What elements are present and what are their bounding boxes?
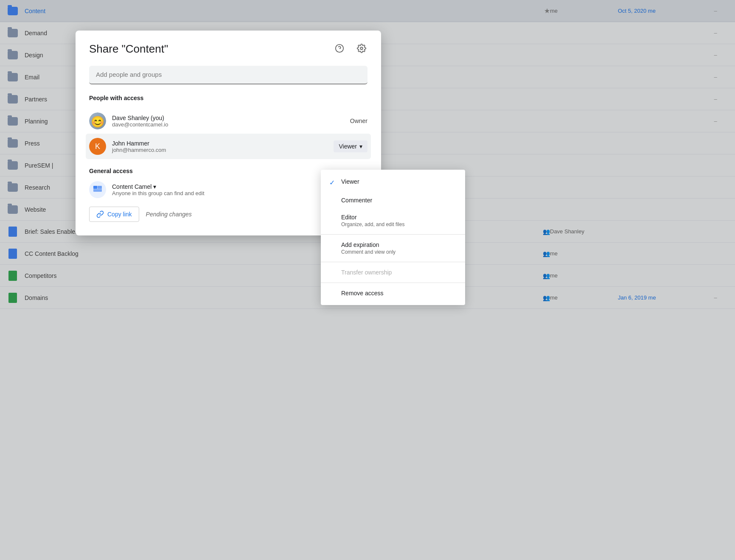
dropdown-item-commenter[interactable]: Commenter — [321, 192, 465, 209]
dropdown-content-viewer: Viewer — [341, 178, 457, 185]
viewer-label: Viewer — [339, 143, 357, 150]
person-row-dave: 😊 Dave Shanley (you) dave@contentcamel.i… — [89, 108, 368, 134]
search-input[interactable] — [96, 71, 361, 78]
copy-link-label: Copy link — [107, 211, 132, 218]
dropdown-label-editor: Editor — [341, 214, 457, 221]
person-email-dave: dave@contentcamel.io — [112, 121, 350, 128]
pending-text: Pending changes — [146, 211, 192, 218]
access-org-name[interactable]: Content Camel ▾ — [112, 183, 205, 190]
dropdown-content-editor: Editor Organize, add, and edit files — [341, 214, 457, 227]
person-info-dave: Dave Shanley (you) dave@contentcamel.io — [112, 115, 350, 128]
dropdown-sub-expiration: Comment and view only — [341, 249, 457, 255]
person-name-dave: Dave Shanley (you) — [112, 115, 350, 121]
check-icon-viewer: ✓ — [329, 179, 341, 187]
access-icon — [89, 181, 106, 198]
people-section-title: People with access — [89, 95, 368, 101]
access-info: Content Camel ▾ Anyone in this group can… — [112, 183, 205, 196]
role-dropdown-menu: ✓ Viewer Commenter Editor Organize, add,… — [321, 170, 465, 305]
dropdown-content-commenter: Commenter — [341, 197, 457, 204]
chevron-down-icon: ▾ — [153, 183, 156, 190]
dropdown-item-transfer: Transfer ownership — [321, 264, 465, 281]
dropdown-item-expiration[interactable]: Add expiration Comment and view only — [321, 236, 465, 260]
search-container[interactable] — [89, 66, 368, 84]
person-name-john: John Hammer — [112, 140, 334, 147]
dropdown-content-remove: Remove access — [341, 290, 457, 297]
dropdown-sub-editor: Organize, add, and edit files — [341, 221, 457, 227]
access-desc: Anyone in this group can find and edit — [112, 190, 205, 196]
dropdown-label-expiration: Add expiration — [341, 241, 457, 248]
person-email-john: john@hammerco.com — [112, 147, 334, 153]
dropdown-label-remove: Remove access — [341, 290, 457, 297]
dropdown-divider-1 — [321, 234, 465, 235]
dropdown-label-commenter: Commenter — [341, 197, 457, 204]
dropdown-label-transfer: Transfer ownership — [341, 269, 457, 276]
dropdown-label-viewer: Viewer — [341, 178, 457, 185]
person-info-john: John Hammer john@hammerco.com — [112, 140, 334, 153]
person-role-dave: Owner — [350, 118, 368, 124]
help-button[interactable] — [332, 41, 347, 56]
modal-icons — [332, 41, 369, 56]
svg-point-2 — [360, 47, 363, 50]
dropdown-item-editor[interactable]: Editor Organize, add, and edit files — [321, 209, 465, 232]
dropdown-content-expiration: Add expiration Comment and view only — [341, 241, 457, 255]
copy-link-button[interactable]: Copy link — [89, 207, 139, 222]
dropdown-divider-2 — [321, 262, 465, 262]
dropdown-item-remove[interactable]: Remove access — [321, 285, 465, 302]
chevron-down-icon: ▾ — [359, 143, 362, 150]
dropdown-content-transfer: Transfer ownership — [341, 269, 457, 276]
dropdown-divider-3 — [321, 283, 465, 283]
avatar-dave: 😊 — [89, 112, 106, 129]
svg-rect-6 — [93, 189, 102, 192]
svg-rect-5 — [98, 186, 102, 189]
viewer-role-button[interactable]: Viewer ▾ — [334, 140, 368, 152]
svg-rect-4 — [93, 186, 97, 189]
modal-title: Share "Content" — [89, 42, 368, 56]
dropdown-item-viewer[interactable]: ✓ Viewer — [321, 173, 465, 192]
avatar-john: K — [89, 138, 106, 155]
settings-button[interactable] — [354, 41, 369, 56]
person-row-john: K John Hammer john@hammerco.com Viewer ▾ — [86, 134, 371, 159]
